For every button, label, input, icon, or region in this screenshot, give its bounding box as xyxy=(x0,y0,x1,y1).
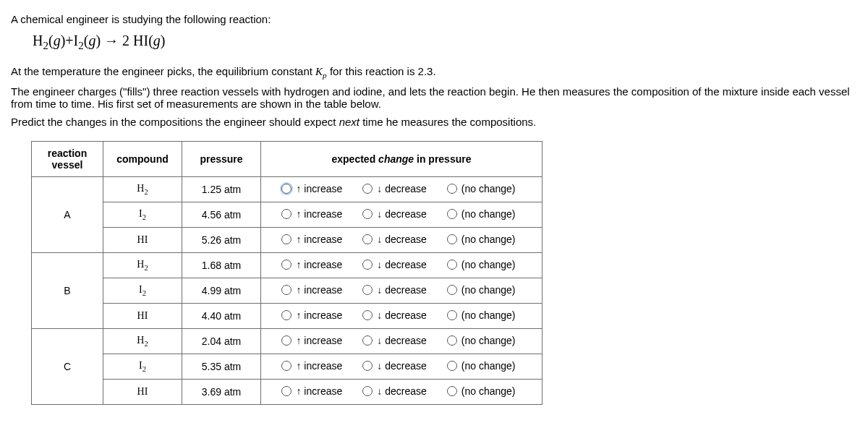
radio-icon[interactable] xyxy=(447,310,457,320)
header-vessel: reaction vessel xyxy=(32,142,103,177)
option-label: ↓ decrease xyxy=(377,309,426,321)
radio-icon[interactable] xyxy=(281,260,292,270)
radio-icon[interactable] xyxy=(447,361,457,371)
option-label: ↑ increase xyxy=(296,234,342,245)
change-cell: ↑ increase↓ decrease(no change) xyxy=(261,228,542,253)
radio-icon[interactable] xyxy=(281,361,292,371)
option-increase[interactable]: ↑ increase xyxy=(281,234,342,245)
radio-icon[interactable] xyxy=(362,310,373,320)
option-nochange[interactable]: (no change) xyxy=(447,385,516,397)
compound-cell: I2 xyxy=(103,202,182,228)
compound-cell: I2 xyxy=(103,278,182,304)
radio-icon[interactable] xyxy=(362,386,373,396)
pressure-cell: 2.04 atm xyxy=(182,329,261,354)
option-increase[interactable]: ↑ increase xyxy=(281,259,342,270)
option-nochange[interactable]: (no change) xyxy=(447,284,516,296)
radio-icon[interactable] xyxy=(281,335,292,346)
radio-icon[interactable] xyxy=(447,234,457,244)
radio-icon[interactable] xyxy=(362,335,373,346)
option-decrease[interactable]: ↓ decrease xyxy=(362,284,426,296)
option-decrease[interactable]: ↓ decrease xyxy=(362,259,426,270)
option-decrease[interactable]: ↓ decrease xyxy=(362,183,426,194)
kp-value: 2.3 xyxy=(418,65,433,77)
option-label: (no change) xyxy=(461,259,516,270)
radio-icon[interactable] xyxy=(447,209,457,219)
radio-icon[interactable] xyxy=(362,209,373,219)
option-label: (no change) xyxy=(461,385,516,397)
intro-line2: At the temperature the engineer picks, t… xyxy=(11,65,857,80)
table-row: HI4.40 atm↑ increase↓ decrease(no change… xyxy=(32,304,542,329)
option-nochange[interactable]: (no change) xyxy=(447,183,516,194)
option-nochange[interactable]: (no change) xyxy=(447,259,516,270)
intro-line2-post: . xyxy=(433,65,435,77)
option-decrease[interactable]: ↓ decrease xyxy=(362,208,426,220)
option-label: ↓ decrease xyxy=(377,183,426,194)
radio-icon[interactable] xyxy=(362,184,373,194)
option-nochange[interactable]: (no change) xyxy=(447,309,516,321)
change-cell: ↑ increase↓ decrease(no change) xyxy=(261,202,542,228)
option-increase[interactable]: ↑ increase xyxy=(281,385,342,397)
intro-line3: The engineer charges ("fills") three rea… xyxy=(11,85,857,110)
option-label: ↑ increase xyxy=(296,183,342,194)
radio-icon[interactable] xyxy=(281,209,292,219)
option-decrease[interactable]: ↓ decrease xyxy=(362,234,426,245)
radio-icon[interactable] xyxy=(447,184,457,194)
option-nochange[interactable]: (no change) xyxy=(447,208,516,220)
problem-intro: A chemical engineer is studying the foll… xyxy=(11,13,857,128)
radio-icon[interactable] xyxy=(447,285,457,295)
radio-icon[interactable] xyxy=(447,335,457,346)
header-change: expected change in pressure xyxy=(261,142,542,177)
option-nochange[interactable]: (no change) xyxy=(447,234,516,245)
option-increase[interactable]: ↑ increase xyxy=(281,183,342,194)
intro-line4: Predict the changes in the compositions … xyxy=(11,116,857,128)
radio-icon[interactable] xyxy=(362,361,373,371)
option-decrease[interactable]: ↓ decrease xyxy=(362,360,426,372)
option-label: ↓ decrease xyxy=(377,234,426,245)
header-pressure: pressure xyxy=(182,142,261,177)
option-label: ↓ decrease xyxy=(377,385,426,397)
intro-line2-pre: At the temperature the engineer picks, t… xyxy=(11,65,315,77)
radio-icon[interactable] xyxy=(447,260,457,270)
option-decrease[interactable]: ↓ decrease xyxy=(362,335,426,346)
option-nochange[interactable]: (no change) xyxy=(447,335,516,346)
intro-line4-post: time he measures the compositions. xyxy=(359,116,536,128)
option-increase[interactable]: ↑ increase xyxy=(281,335,342,346)
radio-icon[interactable] xyxy=(362,260,373,270)
option-increase[interactable]: ↑ increase xyxy=(281,360,342,372)
table-row: I25.35 atm↑ increase↓ decrease(no change… xyxy=(32,354,542,380)
option-label: (no change) xyxy=(461,208,516,220)
option-increase[interactable]: ↑ increase xyxy=(281,309,342,321)
radio-icon[interactable] xyxy=(281,184,292,194)
option-label: ↑ increase xyxy=(296,309,342,321)
radio-icon[interactable] xyxy=(362,285,373,295)
compound-cell: H2 xyxy=(103,177,182,202)
intro-line2-mid: for this reaction is xyxy=(327,65,418,77)
option-decrease[interactable]: ↓ decrease xyxy=(362,309,426,321)
intro-line4-pre: Predict the changes in the compositions … xyxy=(11,116,339,128)
reaction-equation: H2(g)+I2(g) → 2 HI(g) xyxy=(33,33,857,52)
option-increase[interactable]: ↑ increase xyxy=(281,284,342,296)
option-nochange[interactable]: (no change) xyxy=(447,360,516,372)
table-row: CH22.04 atm↑ increase↓ decrease(no chang… xyxy=(32,329,542,354)
compound-cell: HI xyxy=(103,228,182,253)
option-decrease[interactable]: ↓ decrease xyxy=(362,385,426,397)
option-label: ↑ increase xyxy=(296,385,342,397)
radio-icon[interactable] xyxy=(281,310,292,320)
radio-icon[interactable] xyxy=(362,234,373,244)
vessel-cell: B xyxy=(32,253,103,329)
radio-icon[interactable] xyxy=(281,234,292,244)
radio-icon[interactable] xyxy=(281,285,292,295)
change-cell: ↑ increase↓ decrease(no change) xyxy=(261,177,542,202)
compound-cell: HI xyxy=(103,380,182,405)
option-label: (no change) xyxy=(461,335,516,346)
pressure-cell: 4.56 atm xyxy=(182,202,261,228)
option-label: ↑ increase xyxy=(296,335,342,346)
pressure-cell: 4.99 atm xyxy=(182,278,261,304)
change-cell: ↑ increase↓ decrease(no change) xyxy=(261,304,542,329)
radio-icon[interactable] xyxy=(447,386,457,396)
radio-icon[interactable] xyxy=(281,386,292,396)
intro-line1: A chemical engineer is studying the foll… xyxy=(11,13,857,25)
option-label: ↑ increase xyxy=(296,259,342,270)
option-increase[interactable]: ↑ increase xyxy=(281,208,342,220)
table-row: I24.99 atm↑ increase↓ decrease(no change… xyxy=(32,278,542,304)
